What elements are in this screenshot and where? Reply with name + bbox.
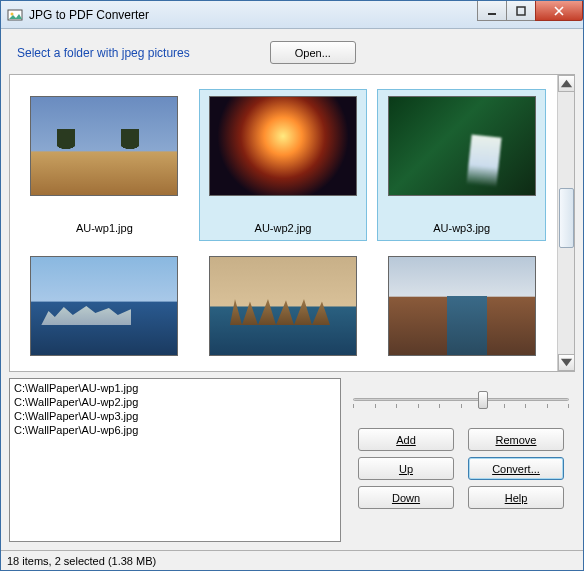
scroll-thumb[interactable] — [559, 188, 574, 248]
thumbnail-caption: AU-wp1.jpg — [76, 222, 133, 236]
maximize-button[interactable] — [506, 1, 536, 21]
thumbnail-caption: AU-wp2.jpg — [255, 222, 312, 236]
list-item[interactable]: C:\WallPaper\AU-wp3.jpg — [14, 409, 336, 423]
top-row: Select a folder with jpeg pictures Open.… — [9, 37, 575, 74]
thumbnail-item[interactable]: AU-wp2.jpg — [199, 89, 368, 241]
thumbnail-item[interactable]: AU-wp1.jpg — [20, 89, 189, 241]
scroll-down-button[interactable] — [558, 354, 574, 371]
thumbnail-item[interactable] — [199, 249, 368, 365]
thumbnail-image — [209, 96, 357, 196]
slider-knob[interactable] — [478, 391, 488, 409]
thumbnail-image — [30, 96, 178, 196]
down-button[interactable]: Down — [358, 486, 454, 509]
gallery-scrollbar[interactable] — [557, 75, 574, 371]
thumbnail-item[interactable] — [377, 249, 546, 365]
folder-prompt: Select a folder with jpeg pictures — [17, 46, 190, 60]
open-button[interactable]: Open... — [270, 41, 356, 64]
thumbnail-image — [388, 256, 536, 356]
close-button[interactable] — [535, 1, 583, 21]
convert-button[interactable]: Convert... — [468, 457, 564, 480]
titlebar[interactable]: JPG to PDF Converter — [1, 1, 583, 29]
file-list[interactable]: C:\WallPaper\AU-wp1.jpg C:\WallPaper\AU-… — [9, 378, 341, 542]
thumbnail-gallery: AU-wp1.jpg AU-wp2.jpg AU-wp3.jpg — [9, 74, 575, 372]
window-title: JPG to PDF Converter — [29, 8, 149, 22]
thumbnail-image — [388, 96, 536, 196]
status-text: 18 items, 2 selected (1.38 MB) — [7, 555, 156, 567]
thumbnail-image — [209, 256, 357, 356]
list-item[interactable]: C:\WallPaper\AU-wp6.jpg — [14, 423, 336, 437]
zoom-slider[interactable] — [353, 386, 569, 412]
list-item[interactable]: C:\WallPaper\AU-wp1.jpg — [14, 381, 336, 395]
svg-rect-3 — [517, 7, 525, 15]
list-item[interactable]: C:\WallPaper\AU-wp2.jpg — [14, 395, 336, 409]
status-bar: 18 items, 2 selected (1.38 MB) — [1, 550, 583, 570]
thumbnail-item[interactable]: AU-wp3.jpg — [377, 89, 546, 241]
app-icon — [7, 7, 23, 23]
minimize-button[interactable] — [477, 1, 507, 21]
scroll-up-button[interactable] — [558, 75, 574, 92]
remove-button[interactable]: Remove — [468, 428, 564, 451]
up-button[interactable]: Up — [358, 457, 454, 480]
add-button[interactable]: Add — [358, 428, 454, 451]
help-button[interactable]: Help — [468, 486, 564, 509]
thumbnail-caption: AU-wp3.jpg — [433, 222, 490, 236]
thumbnail-item[interactable] — [20, 249, 189, 365]
scroll-track[interactable] — [558, 92, 574, 354]
svg-rect-2 — [488, 13, 496, 15]
thumbnail-image — [30, 256, 178, 356]
